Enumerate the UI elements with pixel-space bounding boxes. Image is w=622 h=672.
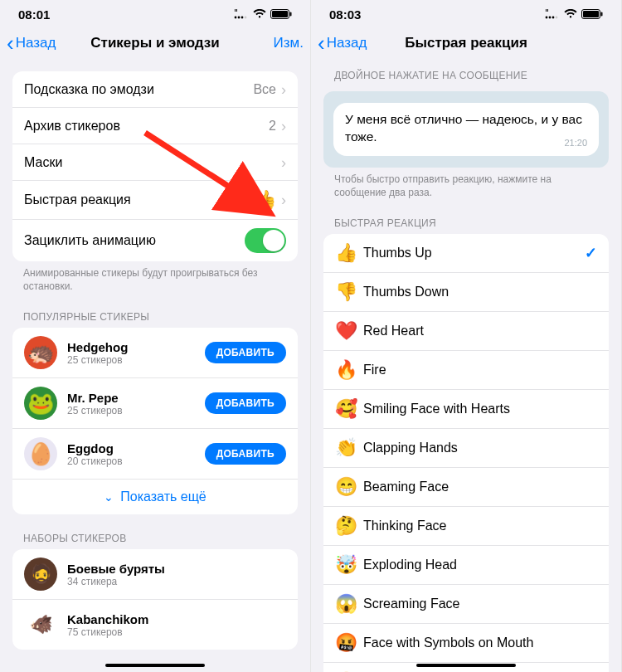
pack-sub: 25 стикеров — [67, 405, 205, 416]
double-tap-header: ДВОЙНОЕ НАЖАТИЕ НА СООБЩЕНИЕ — [311, 61, 621, 86]
svg-point-0 — [235, 17, 237, 19]
back-button[interactable]: ‹ Назад — [7, 35, 56, 51]
reaction-emoji: 😱 — [335, 593, 363, 615]
pack-icon: 🐗 — [24, 608, 57, 641]
reaction-label: Screaming Face — [363, 597, 597, 611]
reaction-row[interactable]: 🤬Face with Symbols on Mouth — [323, 624, 609, 663]
edit-button[interactable]: Изм. — [274, 35, 304, 51]
sticker-set-row[interactable]: 🐗Kabanchikom75 стикеров — [12, 600, 298, 650]
reaction-label: Clapping Hands — [363, 441, 597, 455]
status-bar: 08:01 — [0, 0, 310, 25]
status-icons — [234, 9, 292, 19]
reaction-label: Fire — [363, 363, 597, 377]
reaction-row[interactable]: 👎Thumbs Down — [323, 273, 609, 312]
svg-rect-4 — [235, 9, 236, 12]
double-tap-hint: Чтобы быстро отправить реакцию, нажмите … — [311, 168, 621, 199]
add-button[interactable]: ДОБАВИТЬ — [205, 342, 286, 363]
reaction-row[interactable]: 😁Beaming Face — [323, 468, 609, 507]
reaction-emoji: 👏 — [335, 437, 363, 459]
pack-icon: 🦔 — [24, 336, 57, 369]
chevron-left-icon: ‹ — [318, 36, 325, 51]
sticker-pack-row[interactable]: 🦔Hedgehog25 стикеровДОБАВИТЬ — [12, 328, 298, 378]
reaction-emoji: 🤬 — [335, 632, 363, 654]
settings-group: Подсказка по эмодзиВсе›Архив стикеров2›М… — [12, 71, 298, 261]
reactions-group: 👍Thumbs Up✓👎Thumbs Down❤️Red Heart🔥Fire🥰… — [323, 234, 609, 672]
svg-point-13 — [556, 17, 558, 19]
sticker-pack-row[interactable]: 🥚Eggdog20 стикеровДОБАВИТЬ — [12, 429, 298, 480]
sticker-set-row[interactable]: 🧔Боевые буряты34 стикера — [12, 549, 298, 600]
settings-label: Подсказка по эмодзи — [24, 82, 253, 97]
reaction-row[interactable]: 👏Clapping Hands — [323, 429, 609, 468]
settings-label: Маски — [24, 155, 281, 170]
pack-sub: 34 стикера — [67, 576, 286, 587]
pack-sub: 20 стикеров — [67, 455, 205, 467]
pack-name: Hedgehog — [67, 340, 205, 354]
settings-row-0[interactable]: Подсказка по эмодзиВсе› — [12, 71, 298, 108]
wifi-icon — [253, 9, 266, 19]
settings-row-4[interactable]: Зациклить анимацию — [12, 220, 298, 261]
content: Подсказка по эмодзиВсе›Архив стикеров2›М… — [0, 61, 310, 650]
pack-icon: 🥚 — [24, 437, 57, 470]
home-indicator[interactable] — [105, 664, 205, 667]
settings-detail: 👍 — [254, 189, 276, 211]
battery-icon — [270, 9, 292, 19]
svg-rect-18 — [601, 12, 603, 17]
status-bar: 08:03 — [311, 0, 621, 25]
nav-bar: ‹ Назад Быстрая реакция — [311, 25, 621, 61]
pack-sub: 25 стикеров — [67, 354, 205, 366]
reaction-row[interactable]: 😱Screaming Face — [323, 585, 609, 624]
chevron-right-icon: › — [281, 157, 286, 168]
reaction-row[interactable]: 🥰Smiling Face with Hearts — [323, 390, 609, 429]
signal-icon — [234, 9, 249, 19]
settings-row-1[interactable]: Архив стикеров2› — [12, 108, 298, 144]
message-bubble[interactable]: У меня всё отлично — надеюсь, и у вас то… — [333, 103, 599, 156]
popular-header: ПОПУЛЯРНЫЕ СТИКЕРЫ — [0, 293, 310, 328]
reaction-row[interactable]: 👍Thumbs Up✓ — [323, 234, 609, 273]
show-more-button[interactable]: ⌄Показать ещё — [12, 480, 298, 514]
nav-bar: ‹ Назад Стикеры и эмодзи Изм. — [0, 25, 310, 61]
pack-name: Eggdog — [67, 441, 205, 455]
popular-group: 🦔Hedgehog25 стикеровДОБАВИТЬ🐸Mr. Pepe25 … — [12, 328, 298, 514]
reaction-row[interactable]: 🔥Fire — [323, 351, 609, 390]
content: ДВОЙНОЕ НАЖАТИЕ НА СООБЩЕНИЕ У меня всё … — [311, 61, 621, 672]
sticker-pack-row[interactable]: 🐸Mr. Pepe25 стикеровДОБАВИТЬ — [12, 378, 298, 429]
settings-detail: 2 — [269, 119, 276, 134]
phone-left: 08:01 ‹ Назад Стикеры и эмодзи Изм. Подс… — [0, 0, 311, 672]
reaction-row[interactable]: 🤯Exploding Head — [323, 546, 609, 585]
reaction-emoji: 🔥 — [335, 359, 363, 381]
reaction-label: Face with Symbols on Mouth — [363, 635, 597, 650]
back-label: Назад — [16, 35, 56, 51]
bubble-time: 21:20 — [564, 137, 587, 149]
bubble-text: У меня всё отлично — надеюсь, и у вас то… — [345, 112, 582, 144]
settings-label: Архив стикеров — [24, 119, 269, 134]
svg-point-2 — [241, 17, 244, 19]
home-indicator[interactable] — [416, 664, 516, 667]
svg-point-10 — [546, 17, 548, 19]
reaction-row[interactable]: ❤️Red Heart — [323, 312, 609, 351]
svg-rect-5 — [236, 9, 237, 12]
reaction-emoji: 👎 — [335, 281, 363, 303]
quick-reaction-header: БЫСТРАЯ РЕАКЦИЯ — [311, 199, 621, 234]
status-icons — [545, 9, 603, 19]
phone-right: 08:03 ‹ Назад Быстрая реакция ДВОЙНОЕ НА… — [311, 0, 622, 672]
settings-row-3[interactable]: Быстрая реакция👍› — [12, 181, 298, 220]
reaction-label: Thumbs Down — [363, 285, 597, 299]
pack-icon: 🧔 — [24, 558, 57, 591]
svg-rect-8 — [290, 12, 292, 17]
status-time: 08:03 — [329, 7, 361, 22]
reaction-label: Thinking Face — [363, 519, 597, 533]
settings-label: Быстрая реакция — [24, 192, 254, 207]
reaction-label: Beaming Face — [363, 480, 597, 494]
reaction-row[interactable]: 🤔Thinking Face — [323, 507, 609, 546]
add-button[interactable]: ДОБАВИТЬ — [205, 443, 286, 465]
chevron-left-icon: ‹ — [7, 36, 14, 51]
chevron-right-icon: › — [281, 194, 286, 206]
chat-preview: У меня всё отлично — надеюсь, и у вас то… — [323, 91, 609, 168]
pack-icon: 🐸 — [24, 387, 57, 420]
back-button[interactable]: ‹ Назад — [318, 35, 367, 51]
settings-row-2[interactable]: Маски› — [12, 144, 298, 181]
toggle-switch[interactable] — [245, 228, 286, 253]
reaction-emoji: 🤔 — [335, 515, 363, 537]
reaction-label: Red Heart — [363, 324, 597, 338]
add-button[interactable]: ДОБАВИТЬ — [205, 392, 286, 414]
